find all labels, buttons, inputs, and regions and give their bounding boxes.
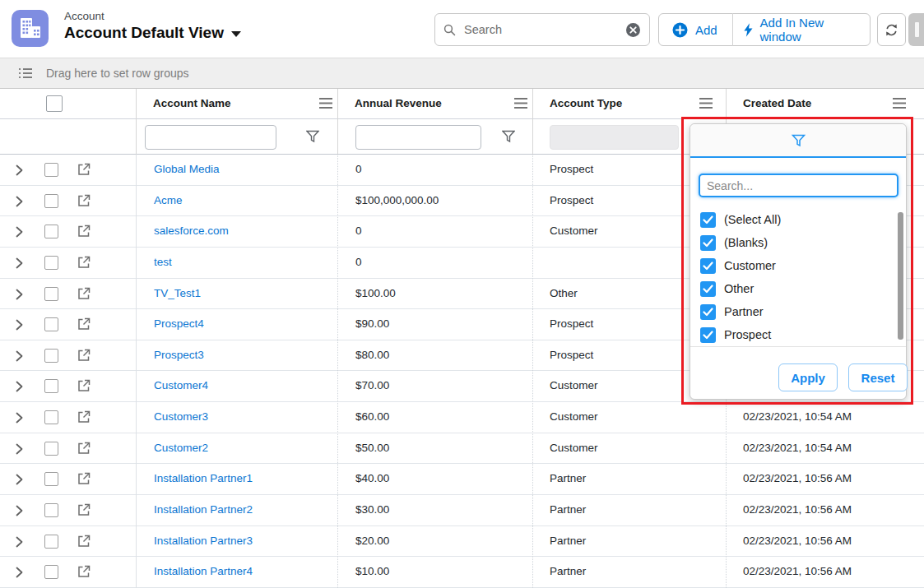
open-record-icon[interactable]: [77, 225, 91, 238]
account-name-link[interactable]: Customer4: [154, 379, 208, 391]
column-menu-icon-account-name[interactable]: [319, 98, 332, 109]
open-record-icon[interactable]: [77, 503, 91, 516]
row-checkbox[interactable]: [44, 194, 58, 208]
row-checkbox[interactable]: [44, 535, 58, 549]
filter-funnel-icon-annual-revenue[interactable]: [502, 130, 515, 143]
row-checkbox[interactable]: [44, 349, 58, 363]
column-header-account-type[interactable]: Account Type: [550, 97, 622, 109]
row-expand-chevron-icon[interactable]: [16, 319, 23, 331]
apply-button[interactable]: Apply: [778, 363, 838, 391]
row-expand-chevron-icon[interactable]: [16, 505, 23, 516]
account-name-link[interactable]: Customer2: [154, 442, 208, 454]
popup-scrollbar-thumb[interactable]: [898, 212, 903, 340]
column-menu-icon-created-date[interactable]: [893, 98, 906, 109]
clear-search-icon[interactable]: [625, 22, 641, 38]
filter-option[interactable]: Other: [690, 277, 896, 300]
row-expand-chevron-icon[interactable]: [16, 226, 23, 238]
row-expand-chevron-icon[interactable]: [16, 567, 23, 578]
account-name-link[interactable]: salesforce.com: [154, 225, 229, 237]
reset-button[interactable]: Reset: [848, 363, 908, 391]
body-column-separator: [532, 155, 533, 588]
row-expand-chevron-icon[interactable]: [16, 536, 23, 548]
open-record-icon[interactable]: [77, 349, 91, 362]
account-name-link[interactable]: test: [154, 256, 172, 268]
open-record-icon[interactable]: [77, 472, 91, 485]
filter-search-input[interactable]: [699, 174, 898, 197]
row-expand-chevron-icon[interactable]: [16, 164, 23, 176]
open-record-icon[interactable]: [77, 194, 91, 207]
checked-checkbox[interactable]: [700, 327, 716, 343]
column-menu-icon-account-type[interactable]: [699, 98, 713, 109]
open-record-icon[interactable]: [77, 163, 91, 176]
row-checkbox[interactable]: [44, 287, 58, 301]
open-record-icon[interactable]: [77, 535, 91, 548]
search-input[interactable]: [464, 23, 625, 36]
checked-checkbox[interactable]: [700, 212, 716, 228]
row-expand-chevron-icon[interactable]: [16, 257, 23, 269]
checked-checkbox[interactable]: [700, 258, 716, 274]
add-button[interactable]: Add: [659, 14, 732, 45]
filter-input-annual-revenue[interactable]: [355, 125, 481, 150]
view-title[interactable]: Account Default View: [64, 24, 241, 42]
column-header-created-date[interactable]: Created Date: [743, 97, 811, 109]
filter-tab[interactable]: [690, 124, 906, 158]
open-record-icon[interactable]: [77, 317, 91, 331]
column-header-annual-revenue[interactable]: Annual Revenue: [355, 97, 442, 109]
refresh-button[interactable]: [877, 13, 906, 46]
account-name-link[interactable]: Prospect4: [154, 317, 204, 330]
column-menu-icon-annual-revenue[interactable]: [514, 98, 527, 109]
row-expand-chevron-icon[interactable]: [16, 443, 23, 455]
account-name-link[interactable]: Installation Partner4: [154, 565, 253, 577]
select-all-checkbox[interactable]: [46, 95, 63, 112]
filter-option[interactable]: Partner: [690, 300, 896, 323]
row-checkbox[interactable]: [44, 317, 58, 331]
filter-option[interactable]: (Blanks): [690, 231, 896, 254]
row-checkbox[interactable]: [44, 256, 58, 270]
row-checkbox[interactable]: [44, 163, 58, 177]
row-expand-chevron-icon[interactable]: [16, 289, 23, 300]
row-expand-chevron-icon[interactable]: [16, 381, 23, 392]
row-groups-drop-zone[interactable]: Drag here to set row groups: [0, 58, 924, 89]
view-dropdown-caret-icon[interactable]: [231, 31, 241, 37]
filter-option[interactable]: Prospect: [690, 323, 896, 345]
row-checkbox[interactable]: [44, 410, 58, 424]
open-record-icon[interactable]: [77, 565, 91, 578]
row-expand-chevron-icon[interactable]: [16, 196, 23, 207]
account-name-link[interactable]: Installation Partner3: [154, 535, 253, 547]
account-name-link[interactable]: Global Media: [154, 163, 220, 175]
account-name-link[interactable]: Prospect3: [154, 349, 204, 361]
open-record-icon[interactable]: [77, 442, 91, 455]
column-header-account-name[interactable]: Account Name: [153, 97, 231, 109]
account-name-link[interactable]: TV_Test1: [154, 287, 201, 299]
filter-option[interactable]: Customer: [690, 254, 896, 277]
checked-checkbox[interactable]: [700, 304, 716, 320]
open-record-icon[interactable]: [77, 256, 91, 269]
row-checkbox[interactable]: [44, 565, 58, 579]
filter-option[interactable]: (Select All): [690, 208, 896, 231]
cut-off-button[interactable]: [908, 13, 924, 46]
table-row: Customer2 $50.00 Customer 02/23/2021, 10…: [0, 433, 924, 465]
account-name-link[interactable]: Customer3: [154, 410, 208, 423]
account-name-link[interactable]: Installation Partner1: [154, 472, 253, 484]
row-checkbox[interactable]: [44, 472, 58, 486]
row-checkbox[interactable]: [44, 503, 58, 517]
row-expand-chevron-icon[interactable]: [16, 474, 23, 485]
open-record-icon[interactable]: [77, 379, 91, 392]
account-type-cell: Customer: [550, 442, 598, 454]
row-checkbox[interactable]: [44, 225, 58, 238]
checked-checkbox[interactable]: [700, 281, 716, 297]
row-checkbox[interactable]: [44, 379, 58, 393]
row-expand-chevron-icon[interactable]: [16, 350, 23, 362]
account-name-link[interactable]: Acme: [154, 194, 183, 206]
add-in-new-window-button[interactable]: Add In New window: [733, 14, 870, 45]
row-checkbox[interactable]: [44, 442, 58, 456]
filter-funnel-icon-account-name[interactable]: [306, 130, 319, 143]
checked-checkbox[interactable]: [700, 235, 716, 251]
open-record-icon[interactable]: [77, 287, 91, 300]
filter-input-account-name[interactable]: [145, 125, 276, 150]
row-expand-chevron-icon[interactable]: [16, 412, 23, 424]
account-type-cell: Prospect: [550, 163, 593, 175]
open-record-icon[interactable]: [77, 410, 91, 424]
account-name-link[interactable]: Installation Partner2: [154, 503, 253, 516]
global-search[interactable]: [434, 13, 650, 46]
